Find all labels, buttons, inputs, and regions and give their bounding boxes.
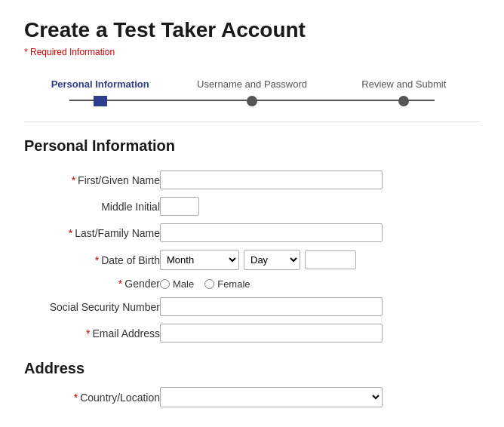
country-select[interactable]: United States Canada United Kingdom Aust… xyxy=(160,387,383,407)
step-review-submit[interactable]: Review and Submit xyxy=(328,78,480,106)
last-name-row: *Last/Family Name xyxy=(24,220,480,246)
gender-female-label[interactable]: Female xyxy=(204,278,250,290)
country-row: *Country/Location United States Canada U… xyxy=(24,383,480,411)
middle-initial-label: Middle Initial xyxy=(24,193,160,220)
gender-female-text: Female xyxy=(217,278,250,290)
email-input[interactable] xyxy=(160,324,383,343)
ssn-row: Social Security Number xyxy=(24,293,480,320)
required-note: * Required Information xyxy=(24,47,480,57)
last-name-cell xyxy=(160,220,480,246)
day-select[interactable]: Day 12345 678910 1112131415 1617181920 2… xyxy=(244,250,300,270)
gender-male-radio[interactable] xyxy=(160,279,170,289)
gender-row: *Gender Male Female xyxy=(24,274,480,293)
last-name-label: *Last/Family Name xyxy=(24,220,160,246)
dob-row: *Date of Birth Month January February Ma… xyxy=(24,246,480,274)
page-title: Create a Test Taker Account xyxy=(24,18,480,42)
ssn-input[interactable] xyxy=(160,297,383,316)
middle-initial-input[interactable] xyxy=(160,197,199,216)
email-cell xyxy=(160,320,480,346)
year-input[interactable] xyxy=(305,250,356,269)
first-name-required-star: * xyxy=(72,174,75,186)
gender-male-label[interactable]: Male xyxy=(160,278,194,290)
personal-info-form: *First/Given Name Middle Initial *Last/F… xyxy=(24,167,480,346)
step-username-password-indicator xyxy=(247,96,257,106)
middle-initial-cell xyxy=(160,193,480,220)
dob-required-star: * xyxy=(95,254,99,266)
first-name-input[interactable] xyxy=(160,170,383,189)
stepper: Personal Information Username and Passwo… xyxy=(24,69,480,122)
step-review-submit-label: Review and Submit xyxy=(361,78,446,90)
dob-inputs: Month January February March April May J… xyxy=(160,250,480,270)
ssn-cell xyxy=(160,293,480,320)
step-username-password[interactable]: Username and Password xyxy=(176,78,327,106)
dob-label: *Date of Birth xyxy=(24,246,160,274)
ssn-label: Social Security Number xyxy=(24,293,160,320)
last-name-required-star: * xyxy=(69,227,72,239)
email-required-star: * xyxy=(86,327,90,339)
country-label: *Country/Location xyxy=(24,383,160,411)
first-name-cell xyxy=(160,167,480,193)
address-section-title: Address xyxy=(24,354,480,377)
month-select[interactable]: Month January February March April May J… xyxy=(160,250,239,270)
personal-info-section-title: Personal Information xyxy=(24,137,480,155)
gender-female-radio[interactable] xyxy=(204,279,214,289)
email-row: *Email Address xyxy=(24,320,480,346)
middle-initial-row: Middle Initial xyxy=(24,193,480,220)
gender-options: Male Female xyxy=(160,278,480,290)
step-review-submit-indicator xyxy=(398,96,409,106)
last-name-input[interactable] xyxy=(160,223,383,242)
step-personal-information[interactable]: Personal Information xyxy=(24,78,176,106)
gender-male-text: Male xyxy=(173,278,194,290)
first-name-row: *First/Given Name xyxy=(24,167,480,193)
step-personal-information-indicator xyxy=(94,96,107,106)
gender-label: *Gender xyxy=(24,274,160,293)
country-required-star: * xyxy=(74,392,78,404)
gender-cell: Male Female xyxy=(160,274,480,293)
address-form: *Country/Location United States Canada U… xyxy=(24,383,480,411)
step-username-password-label: Username and Password xyxy=(197,78,307,90)
gender-required-star: * xyxy=(118,278,122,290)
country-cell: United States Canada United Kingdom Aust… xyxy=(160,383,480,411)
dob-cell: Month January February March April May J… xyxy=(160,246,480,274)
step-personal-information-label: Personal Information xyxy=(51,78,149,90)
email-label: *Email Address xyxy=(24,320,160,346)
first-name-label: *First/Given Name xyxy=(24,167,160,193)
